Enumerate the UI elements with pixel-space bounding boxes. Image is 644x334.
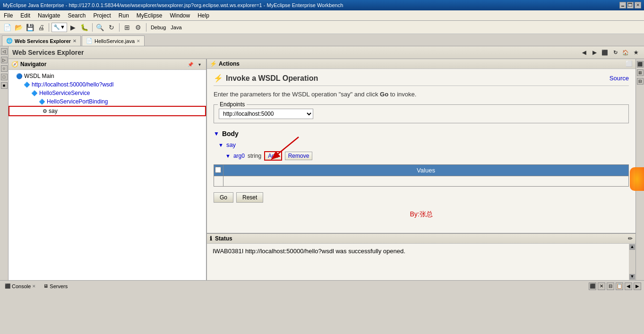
arg0-row: ▼ arg0 string Add Remove — [225, 151, 629, 161]
menu-navigate[interactable]: Navigate — [36, 12, 62, 19]
bottom-icon-6[interactable]: ▶ — [634, 283, 641, 290]
sidebar-btn-5[interactable]: ■ — [1, 82, 8, 89]
navigator-header: 🧭 Navigator 📌 ▾ — [9, 59, 206, 70]
tb-run[interactable]: ▶ — [68, 22, 78, 33]
status-header-icon[interactable]: ✏ — [628, 235, 633, 242]
close-btn[interactable]: ✕ — [635, 2, 641, 9]
tb-search[interactable]: 🔍 — [95, 22, 105, 33]
menu-edit[interactable]: Edit — [18, 12, 32, 19]
minimize-btn[interactable]: 🗕 — [619, 2, 626, 9]
servers-tab[interactable]: 🖥 Servers — [42, 283, 69, 290]
status-label: Status — [215, 235, 232, 242]
arg0-type-label: string — [248, 153, 261, 159]
tree-item-service[interactable]: 🔷 HelloServiceService — [9, 89, 206, 97]
url-label: http://localhost:50000/hello?wsdl — [32, 81, 113, 88]
nav-menu-btn[interactable]: ▾ — [196, 60, 203, 68]
bottom-right-icons: ⬛ ✕ ⊟ 📋 ◀ ▶ — [589, 283, 641, 290]
navigator-content: 🔵 WSDL Main 🔷 http://localhost:50000/hel… — [9, 70, 206, 280]
tab-close-wse[interactable]: ✕ — [73, 39, 77, 43]
tb-print[interactable]: 🖨 — [36, 22, 46, 33]
actions-panel: ⚡ Actions ⬜ ⚡ Invoke a WSDL Operation — [207, 59, 635, 280]
bottom-icon-4[interactable]: 📋 — [616, 283, 623, 290]
bottom-bar: ⬛ Console ✕ 🖥 Servers ⬛ ✕ ⊟ 📋 ◀ ▶ — [0, 280, 644, 291]
tab-hello-service[interactable]: 📄 HelloService.java ✕ — [82, 35, 145, 46]
menu-window[interactable]: Window — [168, 12, 192, 19]
console-close[interactable]: ✕ — [32, 284, 36, 289]
menu-myeclipse[interactable]: MyEclipse — [135, 12, 164, 19]
url-icon: 🔷 — [24, 82, 30, 88]
status-icon: ℹ — [210, 235, 212, 242]
arg0-link[interactable]: arg0 — [233, 153, 245, 159]
go-button[interactable]: Go — [214, 192, 233, 203]
sidebar-btn-4[interactable]: □ — [1, 74, 8, 80]
menu-help[interactable]: Help — [196, 12, 211, 19]
bottom-icon-5[interactable]: ◀ — [625, 283, 632, 290]
tb-settings[interactable]: ⚙ — [133, 22, 144, 33]
tb-debug[interactable]: 🐛 — [79, 22, 90, 33]
menu-file[interactable]: File — [2, 12, 15, 19]
menu-search[interactable]: Search — [66, 12, 87, 19]
service-label: HelloServiceService — [39, 90, 90, 96]
menu-project[interactable]: Project — [91, 12, 112, 19]
tab-web-services-explorer[interactable]: 🌐 Web Services Explorer ✕ — [2, 35, 81, 46]
say-link[interactable]: say — [226, 141, 236, 148]
remove-button[interactable]: Remove — [285, 152, 313, 160]
add-button[interactable]: Add — [264, 151, 282, 161]
console-tab[interactable]: ⬛ Console ✕ — [3, 283, 38, 290]
tab-close-hs[interactable]: ✕ — [137, 39, 140, 43]
status-scrollbar[interactable]: ▲ ▼ — [629, 244, 635, 280]
bottom-icon-3[interactable]: ⊟ — [607, 283, 614, 290]
sidebar-btn-1[interactable]: ◁ — [1, 48, 8, 55]
tb-perspective[interactable]: ⊞ — [122, 22, 132, 33]
reset-button[interactable]: Reset — [236, 192, 263, 203]
sidebar-btn-2[interactable]: ▷ — [1, 57, 8, 63]
body-section: ▼ Body ▼ say ▼ — [214, 130, 629, 219]
servers-icon: 🖥 — [43, 283, 48, 289]
explorer-back-btn[interactable]: ◀ — [580, 48, 588, 57]
endpoints-select: http://localhost:5000 — [219, 109, 624, 119]
invoke-description: Enter the parameters for the WSDL operat… — [214, 91, 629, 98]
explorer-refresh-btn[interactable]: ↻ — [611, 48, 619, 57]
tab-bar: 🌐 Web Services Explorer ✕ 📄 HelloService… — [0, 34, 644, 46]
say-toggle[interactable]: ▼ — [218, 142, 223, 148]
nav-header-icons: 📌 ▾ — [187, 60, 203, 68]
tb-open[interactable]: 📂 — [13, 22, 24, 33]
right-btn-2[interactable]: ⊞ — [637, 69, 644, 76]
tree-item-wsdl-main[interactable]: 🔵 WSDL Main — [9, 72, 206, 80]
actions-title: ⚡ Actions — [210, 60, 240, 67]
tb-save[interactable]: 💾 — [25, 22, 35, 33]
sep-3 — [119, 23, 120, 32]
debug-label: Debug — [151, 25, 166, 30]
tree-item-binding[interactable]: 🔷 HelloServicePortBinding — [9, 97, 206, 106]
values-checkbox[interactable] — [215, 167, 221, 173]
maximize-btn[interactable]: 🗖 — [627, 2, 634, 9]
tab-label-wse: Web Services Explorer — [15, 38, 71, 44]
body-header: ▼ Body — [214, 130, 629, 137]
bottom-icon-2[interactable]: ✕ — [598, 283, 605, 290]
tb-new[interactable]: 📄 — [2, 22, 12, 33]
invoke-title: ⚡ Invoke a WSDL Operation — [214, 74, 318, 83]
endpoints-dropdown[interactable]: http://localhost:5000 — [219, 109, 313, 119]
nav-pin-btn[interactable]: 📌 — [187, 60, 194, 68]
right-btn-1[interactable]: ⬛ — [637, 61, 644, 68]
actions-header-icon[interactable]: ⬜ — [626, 60, 633, 67]
arg0-toggle[interactable]: ▼ — [225, 153, 231, 159]
tree-item-url[interactable]: 🔷 http://localhost:50000/hello?wsdl — [9, 80, 206, 89]
tree-item-say[interactable]: ⚙ say — [9, 106, 206, 116]
tb-refresh[interactable]: ↻ — [106, 22, 117, 33]
servers-label: Servers — [50, 283, 68, 289]
bottom-icon-1[interactable]: ⬛ — [589, 283, 596, 290]
right-btn-3[interactable]: ⊟ — [637, 78, 644, 85]
body-toggle[interactable]: ▼ — [214, 130, 219, 137]
wsdl-main-label: WSDL Main — [24, 73, 54, 79]
actions-header: ⚡ Actions ⬜ — [207, 59, 635, 69]
sidebar-btn-3[interactable]: ○ — [1, 65, 8, 72]
explorer-home-btn[interactable]: 🏠 — [621, 48, 630, 57]
explorer-stop-btn[interactable]: ⬛ — [601, 48, 609, 57]
navigator-title: 🧭 Navigator — [11, 61, 46, 68]
tb-dropdown-1[interactable]: 🔧▼ — [52, 23, 67, 32]
explorer-star-btn[interactable]: ★ — [632, 48, 640, 57]
source-link[interactable]: Source — [610, 75, 629, 82]
menu-run[interactable]: Run — [117, 12, 131, 19]
explorer-fwd-btn[interactable]: ▶ — [590, 48, 599, 57]
